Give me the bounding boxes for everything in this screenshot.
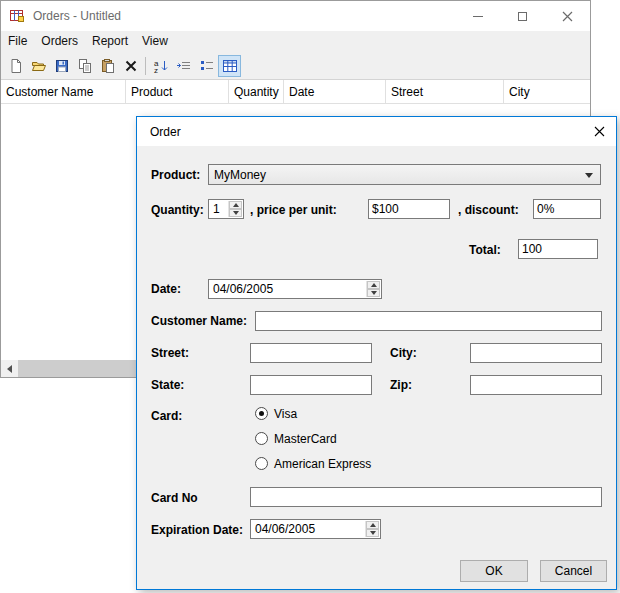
insert-row-button[interactable] [172,55,195,77]
menu-report[interactable]: Report [85,31,135,52]
arrow-up-icon [233,203,239,207]
product-dropdown[interactable]: MyMoney [208,164,601,185]
price-per-unit-input[interactable] [368,199,450,219]
paste-button[interactable] [96,55,119,77]
app-icon [9,8,25,24]
state-label: State: [151,378,184,392]
desktop: Orders - Untitled File Orders Report Vie… [0,0,620,593]
delete-button[interactable] [119,55,142,77]
column-header-street[interactable]: Street [386,80,504,104]
save-button[interactable] [50,55,73,77]
window-title: Orders - Untitled [33,9,121,23]
date-spinner[interactable]: 04/06/2005 [208,279,382,299]
orders-window-titlebar[interactable]: Orders - Untitled [1,1,590,31]
toolbar-separator [145,57,146,75]
quantity-up-button[interactable] [229,201,242,209]
customer-name-input[interactable] [255,311,602,331]
svg-text:z: z [154,66,158,74]
radio-icon [255,407,268,420]
maximize-button[interactable] [500,1,545,31]
state-input[interactable] [250,375,372,395]
chevron-down-icon [585,173,593,178]
city-input[interactable] [470,343,602,363]
grid-view-icon [222,58,238,74]
close-button[interactable] [545,1,590,31]
radio-icon [255,432,268,445]
order-form: Product: MyMoney Quantity: 1 , price per… [137,146,616,589]
customer-name-label: Customer Name: [151,314,247,328]
total-label: Total: [469,243,501,257]
open-button[interactable] [27,55,50,77]
quantity-spinner[interactable]: 1 [208,199,244,219]
dialog-close-button[interactable] [582,117,616,146]
grid-view-button[interactable] [218,55,241,77]
date-up-button[interactable] [367,281,380,289]
arrow-left-icon [7,365,12,373]
order-dialog: Order Product: MyMoney Quantity: 1 , pr [136,116,617,590]
radio-icon [255,457,268,470]
minimize-icon [473,16,483,17]
column-header-product[interactable]: Product [126,80,229,104]
column-header-customer-name[interactable]: Customer Name [1,80,126,104]
open-icon [31,58,47,74]
radio-mastercard[interactable]: MasterCard [255,431,337,446]
radio-visa[interactable]: Visa [255,406,297,421]
date-spin-buttons [366,281,380,297]
insert-row-icon [176,58,192,74]
date-down-button[interactable] [367,289,380,297]
details-view-icon [199,58,215,74]
radio-american-express-label: American Express [274,457,371,471]
quantity-label: Quantity: [151,203,204,217]
arrow-down-icon [370,531,376,535]
copy-button[interactable] [73,55,96,77]
radio-american-express[interactable]: American Express [255,456,371,471]
discount-label: , discount: [458,203,519,217]
expiration-spin-buttons [365,521,379,537]
city-label: City: [390,346,417,360]
order-dialog-titlebar[interactable]: Order [137,117,616,146]
product-value: MyMoney [214,168,266,182]
scrollbar-thumb[interactable] [18,360,136,377]
expiration-date-label: Expiration Date: [151,523,243,537]
menu-orders[interactable]: Orders [34,31,85,52]
scroll-left-button[interactable] [1,360,18,377]
column-header-city[interactable]: City [504,80,590,104]
column-header-date[interactable]: Date [284,80,386,104]
arrow-down-icon [233,211,239,215]
close-icon [562,11,573,22]
radio-visa-label: Visa [274,407,297,421]
arrow-up-icon [371,283,377,287]
street-input[interactable] [250,343,372,363]
expiration-up-button[interactable] [366,521,379,529]
discount-input[interactable] [533,199,601,219]
sort-button[interactable]: a z [149,55,172,77]
new-icon [8,58,24,74]
menu-view[interactable]: View [135,31,175,52]
dialog-title: Order [150,125,181,139]
new-button[interactable] [4,55,27,77]
card-no-input[interactable] [250,487,602,507]
quantity-value: 1 [213,202,220,216]
details-view-button[interactable] [195,55,218,77]
date-value: 04/06/2005 [213,282,273,296]
expiration-date-value: 04/06/2005 [255,522,315,536]
ok-button[interactable]: OK [460,560,528,582]
copy-icon [77,58,93,74]
zip-input[interactable] [470,375,602,395]
menu-file[interactable]: File [1,31,34,52]
minimize-button[interactable] [455,1,500,31]
arrow-down-icon [371,291,377,295]
delete-icon [123,58,139,74]
cancel-button[interactable]: Cancel [540,560,607,582]
price-per-unit-label: , price per unit: [250,203,337,217]
quantity-down-button[interactable] [229,209,242,217]
zip-label: Zip: [390,378,412,392]
window-controls [455,1,590,31]
column-header-quantity[interactable]: Quantity [229,80,284,104]
expiration-date-spinner[interactable]: 04/06/2005 [250,519,381,539]
quantity-spin-buttons [228,201,242,217]
expiration-down-button[interactable] [366,529,379,537]
total-input[interactable] [518,239,598,259]
street-label: Street: [151,346,189,360]
close-icon [594,126,605,137]
